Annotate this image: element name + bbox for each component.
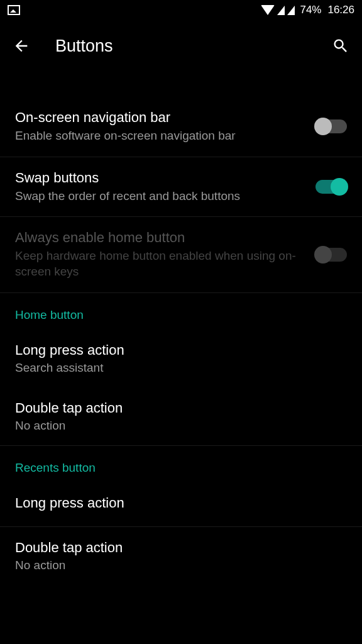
setting-subtitle: Swap the order of recent and back button… bbox=[15, 189, 305, 204]
toggle-onscreen-nav[interactable] bbox=[315, 119, 347, 133]
setting-text: Always enable home button Keep hardware … bbox=[15, 230, 305, 279]
setting-value: No action bbox=[15, 419, 347, 433]
signal-icon-2 bbox=[287, 6, 295, 15]
setting-always-home: Always enable home button Keep hardware … bbox=[0, 217, 362, 292]
setting-title: Double tap action bbox=[15, 540, 347, 556]
setting-home-long-press[interactable]: Long press action Search assistant bbox=[0, 330, 362, 387]
back-arrow-icon[interactable] bbox=[13, 37, 30, 55]
setting-value: No action bbox=[15, 558, 347, 572]
setting-home-double-tap[interactable]: Double tap action No action bbox=[0, 387, 362, 446]
settings-content: On-screen navigation bar Enable software… bbox=[0, 97, 362, 585]
toggle-knob bbox=[314, 246, 332, 264]
setting-swap-buttons[interactable]: Swap buttons Swap the order of recent an… bbox=[0, 157, 362, 218]
setting-title: Long press action bbox=[15, 342, 347, 358]
setting-onscreen-nav[interactable]: On-screen navigation bar Enable software… bbox=[0, 97, 362, 157]
setting-title: Double tap action bbox=[15, 400, 347, 416]
setting-title: Long press action bbox=[15, 495, 347, 511]
setting-subtitle: Keep hardware home button enabled when u… bbox=[15, 248, 305, 279]
section-header-recents: Recents button bbox=[0, 446, 362, 482]
status-right: 74% 16:26 bbox=[261, 4, 354, 16]
wifi-icon bbox=[261, 5, 275, 15]
status-bar: 74% 16:26 bbox=[0, 0, 362, 20]
toggle-always-home bbox=[315, 248, 347, 262]
setting-recents-long-press[interactable]: Long press action bbox=[0, 482, 362, 527]
toggle-knob bbox=[314, 118, 332, 135]
toggle-knob bbox=[331, 178, 348, 196]
signal-icon-1 bbox=[277, 6, 285, 15]
setting-text: On-screen navigation bar Enable software… bbox=[15, 109, 305, 144]
section-header-home: Home button bbox=[0, 293, 362, 330]
header: Buttons bbox=[0, 20, 362, 72]
clock-text: 16:26 bbox=[327, 4, 354, 16]
setting-value: Search assistant bbox=[15, 361, 347, 375]
search-icon[interactable] bbox=[332, 37, 349, 55]
status-left bbox=[8, 5, 20, 15]
setting-recents-double-tap[interactable]: Double tap action No action bbox=[0, 527, 362, 585]
setting-title: Always enable home button bbox=[15, 230, 305, 246]
page-title: Buttons bbox=[55, 36, 307, 56]
setting-text: Swap buttons Swap the order of recent an… bbox=[15, 170, 305, 204]
picture-icon bbox=[8, 5, 20, 15]
toggle-swap-buttons[interactable] bbox=[315, 180, 347, 194]
setting-title: On-screen navigation bar bbox=[15, 109, 305, 126]
setting-subtitle: Enable software on-screen navigation bar bbox=[15, 128, 305, 144]
battery-text: 74% bbox=[300, 4, 321, 16]
setting-title: Swap buttons bbox=[15, 170, 305, 186]
